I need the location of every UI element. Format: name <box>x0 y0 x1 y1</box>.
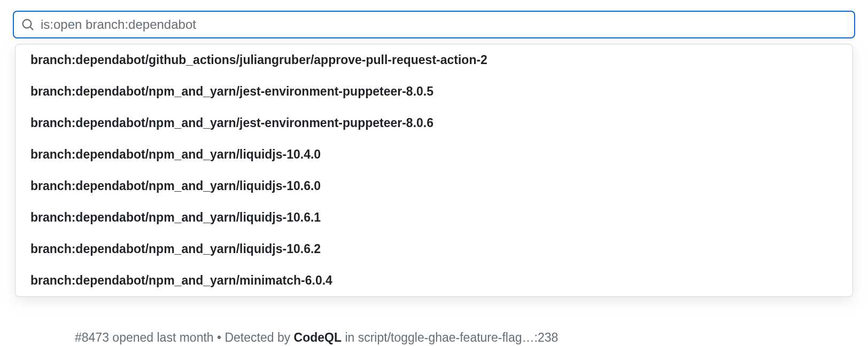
search-input-wrapper[interactable] <box>13 11 855 38</box>
search-suggestions-dropdown: branch:dependabot/github_actions/juliang… <box>15 44 853 297</box>
suggestion-item[interactable]: branch:dependabot/github_actions/juliang… <box>15 44 852 76</box>
suggestion-item[interactable]: branch:dependabot/npm_and_yarn/liquidjs-… <box>15 139 852 170</box>
search-container: branch:dependabot/github_actions/juliang… <box>13 11 855 38</box>
suggestion-item[interactable]: branch:dependabot/npm_and_yarn/jest-envi… <box>15 76 852 107</box>
search-input[interactable] <box>41 17 847 32</box>
suggestion-item[interactable]: branch:dependabot/npm_and_yarn/liquidjs-… <box>15 170 852 202</box>
suggestion-item[interactable]: branch:dependabot/npm_and_yarn/jest-envi… <box>15 107 852 139</box>
search-icon <box>21 18 34 31</box>
suggestion-item[interactable]: branch:dependabot/npm_and_yarn/minimatch… <box>15 265 852 296</box>
issue-list-row-partial: #8473 opened last month • Detected by Co… <box>75 331 868 346</box>
suggestion-item[interactable]: branch:dependabot/npm_and_yarn/liquidjs-… <box>15 202 852 233</box>
issue-path-text: in script/toggle-ghae-feature-flag…:238 <box>342 331 558 344</box>
suggestion-item[interactable]: branch:dependabot/npm_and_yarn/liquidjs-… <box>15 233 852 265</box>
issue-opened-text: opened last month • Detected by <box>109 331 294 344</box>
detector-name: CodeQL <box>294 331 342 344</box>
issue-number: #8473 <box>75 331 109 344</box>
